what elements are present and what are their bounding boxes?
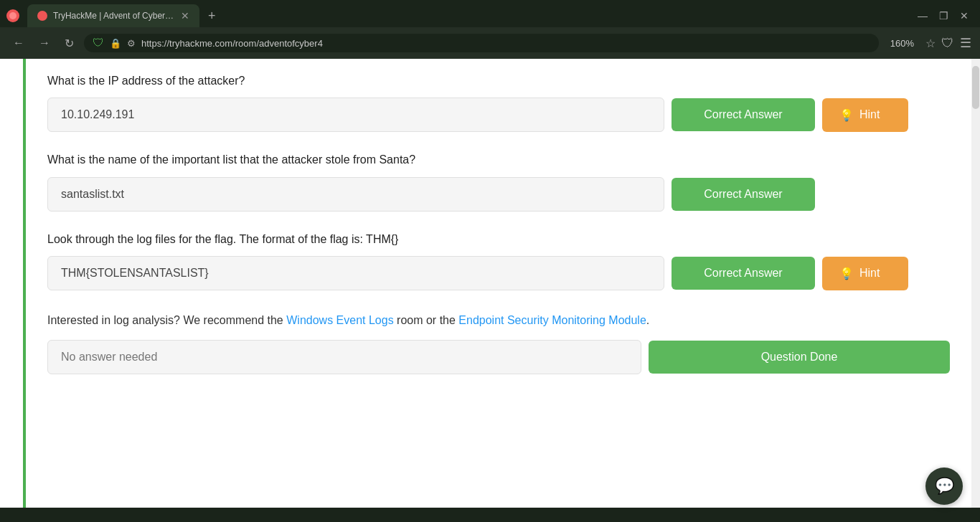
close-window-button[interactable]: ✕ <box>960 10 969 22</box>
info-text-after-links: . <box>646 314 649 326</box>
correct-answer-button-3[interactable]: Correct Answer <box>672 257 815 290</box>
scrollbar-thumb[interactable] <box>972 66 979 109</box>
chat-icon: 💬 <box>935 477 954 495</box>
tab-bar: TryHackMe | Advent of Cyber 2... ✕ + — ❐… <box>0 0 980 27</box>
info-paragraph: Interested in log analysis? We recommend… <box>47 310 950 330</box>
bookmark-star-icon[interactable]: ☆ <box>925 37 936 50</box>
question-text-1: What is the IP address of the attacker? <box>47 73 950 89</box>
chat-button[interactable]: 💬 <box>925 468 963 505</box>
permissions-icon: ⚙ <box>127 38 136 49</box>
answer-row-2: Correct Answer <box>47 177 950 212</box>
firefox-shield-icon[interactable]: 🛡 <box>941 36 954 51</box>
info-block: Interested in log analysis? We recommend… <box>47 310 950 374</box>
main-content: What is the IP address of the attacker? … <box>26 59 971 508</box>
hint-bulb-icon-3: 💡 <box>839 267 854 280</box>
answer-row-done: Question Done <box>47 340 950 374</box>
lock-icon: 🔒 <box>110 38 121 49</box>
maximize-button[interactable]: ❐ <box>939 10 948 22</box>
question-done-button[interactable]: Question Done <box>649 341 950 374</box>
endpoint-security-link[interactable]: Endpoint Security Monitoring Module <box>458 314 646 326</box>
new-tab-button[interactable]: + <box>202 9 222 24</box>
answer-input-1[interactable] <box>47 98 664 132</box>
answer-input-2[interactable] <box>47 177 664 212</box>
question-block-1: What is the IP address of the attacker? … <box>47 73 950 132</box>
correct-answer-button-1[interactable]: Correct Answer <box>672 98 815 131</box>
question-text-3: Look through the log files for the flag.… <box>47 232 950 247</box>
windows-event-logs-link[interactable]: Windows Event Logs <box>286 314 393 326</box>
question-block-3: Look through the log files for the flag.… <box>47 232 950 290</box>
answer-input-3[interactable] <box>47 256 664 290</box>
url-display[interactable]: https://tryhackme.com/room/adventofcyber… <box>141 38 870 49</box>
address-bar-container: 🛡 🔒 ⚙ https://tryhackme.com/room/advento… <box>84 34 879 52</box>
menu-button[interactable]: ☰ <box>960 35 971 51</box>
nav-bar: ← → ↻ 🛡 🔒 ⚙ https://tryhackme.com/room/a… <box>0 27 980 59</box>
tab-close-button[interactable]: ✕ <box>181 10 189 22</box>
hint-button-3[interactable]: 💡 Hint <box>822 257 908 290</box>
hint-button-1[interactable]: 💡 Hint <box>822 98 908 132</box>
info-text-before-link1: Interested in log analysis? We recommend… <box>47 314 286 326</box>
hint-bulb-icon: 💡 <box>839 108 854 122</box>
answer-row-3: Correct Answer 💡 Hint <box>47 256 950 290</box>
page-content: What is the IP address of the attacker? … <box>0 59 980 508</box>
svg-point-1 <box>9 12 17 19</box>
info-text-between-links: room or the <box>394 314 459 326</box>
forward-button[interactable]: → <box>34 34 55 52</box>
minimize-button[interactable]: — <box>918 10 928 22</box>
correct-answer-button-2[interactable]: Correct Answer <box>672 178 815 211</box>
tab-title: TryHackMe | Advent of Cyber 2... <box>53 11 175 21</box>
scrollbar-track[interactable] <box>971 59 980 508</box>
reload-button[interactable]: ↻ <box>60 34 78 53</box>
active-tab[interactable]: TryHackMe | Advent of Cyber 2... ✕ <box>27 4 199 27</box>
zoom-level: 160% <box>885 38 920 49</box>
question-text-2: What is the name of the important list t… <box>47 152 950 168</box>
browser-logo <box>6 9 20 23</box>
answer-row-1: Correct Answer 💡 Hint <box>47 98 950 132</box>
left-accent-border <box>0 59 26 508</box>
status-bar <box>0 508 980 522</box>
back-button[interactable]: ← <box>9 34 29 52</box>
security-shield-icon: 🛡 <box>93 37 104 49</box>
question-block-2: What is the name of the important list t… <box>47 152 950 211</box>
tab-favicon <box>37 11 47 21</box>
no-answer-input[interactable] <box>47 340 641 374</box>
